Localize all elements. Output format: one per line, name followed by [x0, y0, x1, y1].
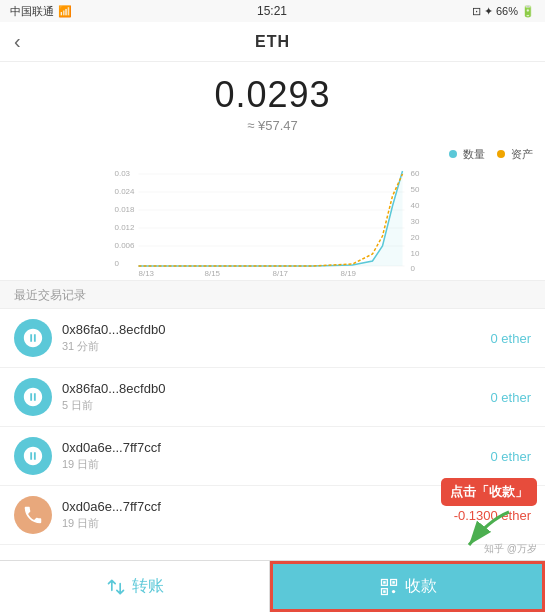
tx-hash-0: 0x86fa0...8ecfdb0	[62, 322, 491, 337]
status-left: 中国联通 📶	[10, 4, 72, 19]
status-right: ⊡ ✦ 66% 🔋	[472, 5, 535, 18]
tx-time-1: 5 日前	[62, 398, 491, 413]
tx-icon-3	[14, 496, 52, 534]
bluetooth-icon: ✦	[484, 5, 493, 18]
chart-area: 数量 资产 0.03 0.024 0.018 0.012 0.006 0 60 …	[0, 141, 545, 280]
chart-svg: 0.03 0.024 0.018 0.012 0.006 0 60 50 40 …	[12, 166, 533, 276]
status-bar: 中国联通 📶 15:21 ⊡ ✦ 66% 🔋	[0, 0, 545, 22]
svg-point-28	[391, 589, 394, 592]
annotation: 点击「收款」	[441, 478, 537, 550]
tx-hash-2: 0xd0a6e...7ff7ccf	[62, 440, 491, 455]
balance-cny: ≈ ¥57.47	[0, 118, 545, 133]
receive-label: 收款	[405, 576, 437, 597]
tx-info-2: 0xd0a6e...7ff7ccf 19 日前	[62, 440, 491, 472]
tx-info-1: 0x86fa0...8ecfdb0 5 日前	[62, 381, 491, 413]
asset-dot	[497, 150, 505, 158]
status-time: 15:21	[257, 4, 287, 18]
tx-amount-0: 0 ether	[491, 331, 531, 346]
svg-text:40: 40	[411, 201, 420, 210]
svg-rect-29	[383, 581, 386, 584]
balance-section: 0.0293 ≈ ¥57.47	[0, 62, 545, 141]
tx-icon-1	[14, 378, 52, 416]
tx-icon-0	[14, 319, 52, 357]
wifi-icon: 📶	[58, 5, 72, 18]
battery-label: 66%	[496, 5, 518, 17]
svg-rect-30	[392, 581, 395, 584]
chart-container: 0.03 0.024 0.018 0.012 0.006 0 60 50 40 …	[12, 166, 533, 276]
svg-text:8/17: 8/17	[273, 269, 289, 276]
svg-text:20: 20	[411, 233, 420, 242]
quantity-dot	[449, 150, 457, 158]
svg-text:0.03: 0.03	[115, 169, 131, 178]
list-item[interactable]: 0x86fa0...8ecfdb0 5 日前 0 ether	[0, 368, 545, 427]
svg-text:0.006: 0.006	[115, 241, 136, 250]
svg-text:0: 0	[115, 259, 120, 268]
annotation-text: 点击「收款」	[441, 478, 537, 506]
svg-text:8/19: 8/19	[341, 269, 357, 276]
svg-text:8/15: 8/15	[205, 269, 221, 276]
transfer-label: 转账	[132, 576, 164, 597]
tx-icon-2	[14, 437, 52, 475]
tx-amount-1: 0 ether	[491, 390, 531, 405]
svg-marker-23	[139, 171, 403, 266]
svg-text:60: 60	[411, 169, 420, 178]
bottom-bar: 转账 收款	[0, 560, 545, 612]
tx-time-2: 19 日前	[62, 457, 491, 472]
phone-frame: 中国联通 📶 15:21 ⊡ ✦ 66% 🔋 ‹ ETH 0.0293 ≈ ¥5…	[0, 0, 545, 612]
transfer-icon	[106, 577, 126, 597]
receive-button[interactable]: 收款	[270, 561, 545, 612]
svg-text:0.018: 0.018	[115, 205, 136, 214]
tx-hash-3: 0xd0a6e...7ff7ccf	[62, 499, 454, 514]
tx-info-3: 0xd0a6e...7ff7ccf 19 日前	[62, 499, 454, 531]
tx-time-0: 31 分前	[62, 339, 491, 354]
section-title: 最近交易记录	[0, 280, 545, 309]
battery-icon: 🔋	[521, 5, 535, 18]
tx-amount-2: 0 ether	[491, 449, 531, 464]
carrier-label: 中国联通	[10, 4, 54, 19]
svg-text:8/13: 8/13	[139, 269, 155, 276]
svg-text:30: 30	[411, 217, 420, 226]
svg-text:0: 0	[411, 264, 416, 273]
svg-text:0.012: 0.012	[115, 223, 136, 232]
tx-hash-1: 0x86fa0...8ecfdb0	[62, 381, 491, 396]
svg-rect-31	[383, 590, 386, 593]
back-button[interactable]: ‹	[14, 30, 21, 53]
chart-legend: 数量 资产	[12, 147, 533, 162]
page-title: ETH	[255, 33, 290, 51]
receive-icon	[379, 577, 399, 597]
transfer-button[interactable]: 转账	[0, 561, 270, 612]
sim-icon: ⊡	[472, 5, 481, 18]
tx-time-3: 19 日前	[62, 516, 454, 531]
tx-info-0: 0x86fa0...8ecfdb0 31 分前	[62, 322, 491, 354]
svg-text:10: 10	[411, 249, 420, 258]
annotation-arrow	[459, 510, 519, 550]
app-header: ‹ ETH	[0, 22, 545, 62]
svg-text:50: 50	[411, 185, 420, 194]
balance-amount: 0.0293	[0, 74, 545, 116]
list-item[interactable]: 0x86fa0...8ecfdb0 31 分前 0 ether	[0, 309, 545, 368]
legend-asset: 资产	[497, 147, 533, 162]
legend-quantity: 数量	[449, 147, 485, 162]
svg-text:0.024: 0.024	[115, 187, 136, 196]
